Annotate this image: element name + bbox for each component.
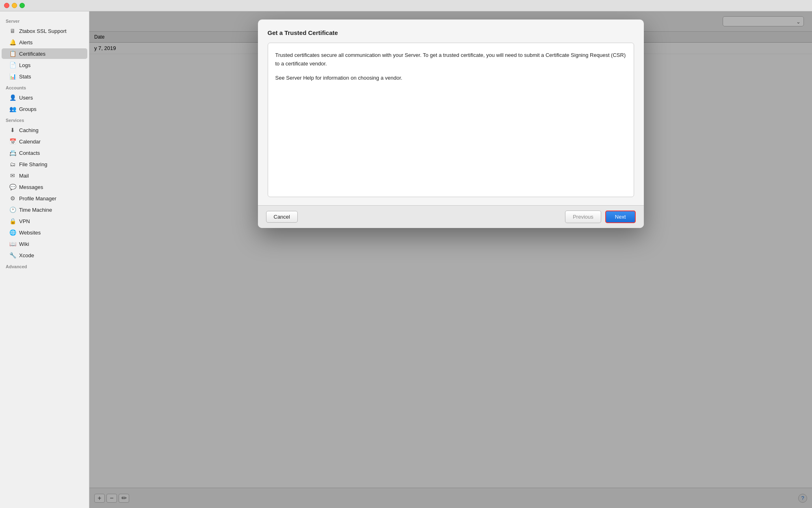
sidebar-item-certificates[interactable]: 📋 Certificates	[2, 48, 87, 59]
maximize-button[interactable]	[19, 3, 25, 8]
modal-dialog: Get a Trusted Certificate Trusted certif…	[258, 20, 644, 228]
description-line1: Trusted certificates secure all communic…	[275, 51, 626, 68]
sidebar-item-label: Profile Manager	[19, 195, 56, 202]
alerts-icon: 🔔	[9, 39, 16, 46]
profile-manager-icon: ⚙	[9, 195, 16, 202]
caching-icon: ⬇	[9, 126, 16, 134]
sidebar-item-alerts[interactable]: 🔔 Alerts	[2, 37, 87, 48]
sidebar-item-label: Alerts	[19, 39, 32, 46]
app-body: Server 🖥 Ztabox SSL Support 🔔 Alerts 📋 C…	[0, 11, 812, 508]
websites-icon: 🌐	[9, 229, 16, 236]
modal-footer: Cancel Previous Next	[258, 205, 644, 228]
wiki-icon: 📖	[9, 240, 16, 247]
sidebar-item-file-sharing[interactable]: 🗂 File Sharing	[2, 159, 87, 169]
mail-icon: ✉	[9, 172, 16, 179]
sidebar-item-logs[interactable]: 📄 Logs	[2, 60, 87, 70]
sidebar-item-time-machine[interactable]: 🕐 Time Machine	[2, 204, 87, 215]
users-icon: 👤	[9, 94, 16, 101]
sidebar-item-label: Contacts	[19, 150, 40, 156]
sidebar-item-xcode[interactable]: 🔧 Xcode	[2, 250, 87, 261]
sidebar-item-label: Calendar	[19, 139, 41, 145]
sidebar-item-wiki[interactable]: 📖 Wiki	[2, 239, 87, 249]
sidebar-item-label: File Sharing	[19, 161, 47, 167]
sidebar: Server 🖥 Ztabox SSL Support 🔔 Alerts 📋 C…	[0, 11, 89, 508]
sidebar-item-label: Mail	[19, 173, 29, 179]
certificates-icon: 📋	[9, 50, 16, 57]
ztabox-icon: 🖥	[9, 27, 16, 35]
services-section-label: Services	[0, 115, 89, 124]
titlebar	[0, 0, 812, 11]
previous-button[interactable]: Previous	[565, 211, 601, 223]
traffic-lights	[4, 3, 25, 8]
server-section-label: Server	[0, 15, 89, 25]
accounts-section-label: Accounts	[0, 82, 89, 92]
messages-icon: 💬	[9, 183, 16, 191]
vpn-icon: 🔒	[9, 217, 16, 225]
groups-icon: 👥	[9, 105, 16, 113]
calendar-icon: 📅	[9, 138, 16, 145]
sidebar-item-websites[interactable]: 🌐 Websites	[2, 227, 87, 238]
sidebar-item-label: VPN	[19, 218, 30, 224]
modal-description: Trusted certificates secure all communic…	[275, 51, 626, 82]
description-line2: See Server Help for information on choos…	[275, 74, 626, 82]
sidebar-item-label: Certificates	[19, 51, 45, 57]
minimize-button[interactable]	[12, 3, 17, 8]
modal-title: Get a Trusted Certificate	[268, 29, 634, 36]
sidebar-item-label: Logs	[19, 62, 30, 68]
modal-footer-right: Previous Next	[565, 211, 635, 223]
sidebar-item-users[interactable]: 👤 Users	[2, 92, 87, 103]
sidebar-item-label: Ztabox SSL Support	[19, 28, 67, 34]
sidebar-item-label: Groups	[19, 106, 37, 112]
file-sharing-icon: 🗂	[9, 161, 16, 168]
sidebar-item-label: Caching	[19, 127, 39, 133]
sidebar-item-contacts[interactable]: 📇 Contacts	[2, 148, 87, 158]
sidebar-item-ztabox-ssl-support[interactable]: 🖥 Ztabox SSL Support	[2, 26, 87, 36]
contacts-icon: 📇	[9, 149, 16, 156]
stats-icon: 📊	[9, 73, 16, 80]
logs-icon: 📄	[9, 61, 16, 69]
sidebar-item-mail[interactable]: ✉ Mail	[2, 170, 87, 181]
main-content: Date y 7, 2019 + − ✏ ?	[89, 11, 812, 508]
modal-body: Get a Trusted Certificate Trusted certif…	[258, 20, 644, 205]
sidebar-item-profile-manager[interactable]: ⚙ Profile Manager	[2, 193, 87, 204]
modal-overlay: Get a Trusted Certificate Trusted certif…	[89, 11, 812, 508]
sidebar-item-label: Xcode	[19, 252, 34, 258]
sidebar-item-label: Users	[19, 95, 33, 101]
sidebar-item-label: Wiki	[19, 241, 29, 247]
sidebar-item-label: Stats	[19, 74, 31, 80]
sidebar-item-stats[interactable]: 📊 Stats	[2, 71, 87, 82]
close-button[interactable]	[4, 3, 9, 8]
xcode-icon: 🔧	[9, 252, 16, 259]
cancel-button[interactable]: Cancel	[266, 211, 298, 223]
sidebar-item-caching[interactable]: ⬇ Caching	[2, 125, 87, 135]
sidebar-item-label: Websites	[19, 230, 41, 236]
next-button[interactable]: Next	[605, 211, 636, 223]
sidebar-item-label: Time Machine	[19, 207, 52, 213]
sidebar-item-label: Messages	[19, 184, 43, 190]
sidebar-item-calendar[interactable]: 📅 Calendar	[2, 136, 87, 147]
advanced-section-label: Advanced	[0, 261, 89, 271]
time-machine-icon: 🕐	[9, 206, 16, 213]
sidebar-item-vpn[interactable]: 🔒 VPN	[2, 216, 87, 226]
modal-content-box: Trusted certificates secure all communic…	[268, 43, 634, 197]
sidebar-item-groups[interactable]: 👥 Groups	[2, 104, 87, 114]
sidebar-item-messages[interactable]: 💬 Messages	[2, 182, 87, 192]
